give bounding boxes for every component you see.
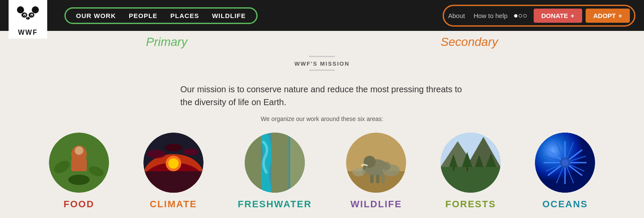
secondary-text-links: About How to help <box>448 12 507 19</box>
area-freshwater[interactable]: FRESHWATER <box>238 133 312 210</box>
organize-text: We organize our work around these six ar… <box>0 115 644 122</box>
svg-point-71 <box>562 159 568 166</box>
oceans-label: OCEANS <box>542 199 588 210</box>
svg-point-40 <box>352 168 365 176</box>
svg-rect-45 <box>440 167 501 193</box>
svg-point-1 <box>17 6 24 14</box>
svg-point-25 <box>183 148 198 155</box>
mission-title: WWF'S MISSION <box>0 61 644 67</box>
forests-label: FORESTS <box>445 199 496 210</box>
nav-how-to-help[interactable]: How to help <box>474 12 507 19</box>
svg-rect-28 <box>245 133 261 193</box>
search-icon[interactable]: ●○○ <box>513 11 528 20</box>
primary-label: Primary <box>146 35 187 49</box>
mission-text: Our mission is to conserve nature and re… <box>86 83 558 109</box>
climate-label: CLIMATE <box>150 199 197 210</box>
nav-our-work[interactable]: OUR WORK <box>76 12 116 19</box>
svg-rect-30 <box>290 133 305 193</box>
svg-point-22 <box>168 158 179 169</box>
svg-point-39 <box>382 162 391 170</box>
donate-button[interactable]: DONATE + <box>534 9 582 23</box>
svg-rect-36 <box>376 175 380 183</box>
svg-point-13 <box>75 146 83 155</box>
svg-point-8 <box>31 15 33 16</box>
nav-labels: Primary Secondary <box>0 31 644 51</box>
svg-rect-50 <box>453 166 454 171</box>
logo[interactable]: WWF <box>9 0 47 39</box>
wildlife-circle <box>346 133 406 193</box>
climate-circle <box>143 133 204 193</box>
svg-rect-23 <box>143 171 204 193</box>
svg-rect-35 <box>370 175 374 183</box>
svg-point-10 <box>27 18 28 18</box>
navbar: WWF OUR WORK PEOPLE PLACES WILDLIFE Abou… <box>0 0 644 31</box>
area-oceans[interactable]: OCEANS <box>535 133 595 210</box>
svg-point-24 <box>147 150 166 158</box>
forests-circle <box>440 133 501 193</box>
freshwater-label: FRESHWATER <box>238 199 312 210</box>
wildlife-label: WILDLIFE <box>350 199 402 210</box>
svg-point-7 <box>24 15 25 16</box>
areas-row: FOOD CLIMATE <box>0 133 644 218</box>
svg-rect-37 <box>381 175 385 183</box>
area-food[interactable]: FOOD <box>49 133 109 210</box>
svg-point-2 <box>32 6 39 14</box>
oceans-circle <box>535 133 595 193</box>
adopt-button[interactable]: ADOPT + <box>586 9 630 23</box>
secondary-label: Secondary <box>440 35 498 49</box>
svg-point-9 <box>26 17 30 20</box>
primary-nav: OUR WORK PEOPLE PLACES WILDLIFE <box>64 7 258 24</box>
nav-about[interactable]: About <box>448 12 465 19</box>
food-circle <box>49 133 109 193</box>
area-forests[interactable]: FORESTS <box>440 133 501 210</box>
wwf-logo-text: WWF <box>18 29 38 36</box>
nav-people[interactable]: PEOPLE <box>129 12 158 19</box>
area-climate[interactable]: CLIMATE <box>143 133 204 210</box>
area-wildlife[interactable]: WILDLIFE <box>346 133 406 210</box>
svg-point-17 <box>68 175 90 185</box>
svg-rect-14 <box>71 158 87 171</box>
svg-rect-51 <box>467 166 468 171</box>
freshwater-circle <box>245 133 305 193</box>
nav-places[interactable]: PLACES <box>170 12 199 19</box>
food-label: FOOD <box>64 199 94 210</box>
secondary-nav: About How to help ●○○ DONATE + ADOPT + <box>443 5 635 27</box>
divider-top <box>309 56 335 57</box>
panda-icon <box>15 2 41 28</box>
mission-section: WWF'S MISSION <box>0 51 644 83</box>
svg-rect-29 <box>271 133 289 193</box>
svg-point-26 <box>165 144 182 151</box>
divider-bottom <box>309 70 335 71</box>
nav-wildlife[interactable]: WILDLIFE <box>212 12 246 19</box>
